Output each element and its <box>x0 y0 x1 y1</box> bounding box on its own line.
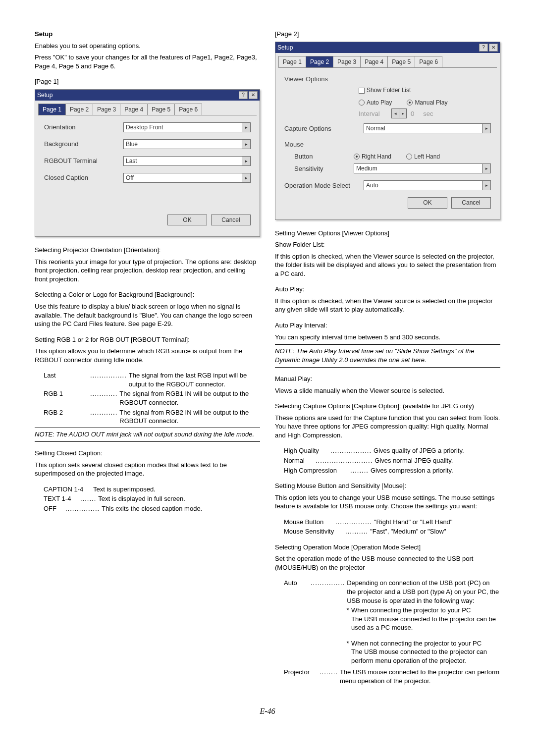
autoplay-head: Auto Play: <box>275 285 500 294</box>
interval-note: NOTE: The Auto Play Interval time set on… <box>275 347 500 364</box>
mouse-section-label: Mouse <box>284 140 491 149</box>
dialog2-titlebar: Setup ? ✕ <box>275 42 500 53</box>
right-hand-radio[interactable]: Right Hand <box>354 153 391 161</box>
mouse-head: Setting Mouse Button and Sensitivity [Mo… <box>275 482 500 490</box>
help-button[interactable]: ? <box>239 91 248 99</box>
close-button[interactable]: ✕ <box>489 44 498 52</box>
dropdown-icon: ▸ <box>242 123 250 132</box>
tab-page6[interactable]: Page 6 <box>174 104 202 115</box>
rgbout-select[interactable]: Last ▸ <box>123 156 251 166</box>
capture-options-select[interactable]: Normal ▸ <box>364 123 491 133</box>
setup-intro2: Press "OK" to save your changes for all … <box>35 53 260 70</box>
setup-dialog-page1: Setup ? ✕ Page 1 Page 2 Page 3 Page 4 Pa… <box>35 89 260 237</box>
background-body: Use this feature to display a blue/ blac… <box>35 302 260 328</box>
tab-page1[interactable]: Page 1 <box>38 104 66 115</box>
tab-page5[interactable]: Page 5 <box>147 104 175 115</box>
audio-note: NOTE: The AUDIO OUT mini jack will not o… <box>35 430 260 439</box>
orientation-label: Orientation <box>44 123 123 132</box>
sfl-head: Show Folder List: <box>275 240 500 249</box>
page1-label: [Page 1] <box>35 77 260 86</box>
ok-button[interactable]: OK <box>408 197 447 208</box>
sensitivity-select[interactable]: Medium ▸ <box>354 163 491 173</box>
right-column: [Page 2] Setup ? ✕ Page 1 Page 2 Page 3 … <box>275 30 500 686</box>
dropdown-icon: ▸ <box>482 164 490 173</box>
page-number: E-46 <box>35 706 500 717</box>
capture-options-label: Capture Options <box>284 124 364 133</box>
orientation-select[interactable]: Desktop Front ▸ <box>123 122 251 132</box>
tab-page5[interactable]: Page 5 <box>387 56 415 67</box>
background-head: Selecting a Color or Logo for Background… <box>35 290 260 299</box>
capture-body: These options are used for the Capture f… <box>275 414 500 440</box>
manualplay-body: Views a slide manually when the Viewer s… <box>275 386 500 395</box>
left-hand-radio[interactable]: Left Hand <box>406 153 440 161</box>
tab-page4[interactable]: Page 4 <box>120 104 148 115</box>
page2-label: [Page 2] <box>275 30 500 39</box>
cc-head: Setting Closed Caption: <box>35 449 260 458</box>
background-select[interactable]: Blue ▸ <box>123 139 251 149</box>
mouse-body: This option lets you to change your USB … <box>275 493 500 511</box>
autoplay-body: If this option is checked, when the View… <box>275 297 500 314</box>
dialog1-titlebar: Setup ? ✕ <box>35 90 260 101</box>
help-button[interactable]: ? <box>479 44 488 52</box>
capture-list: High Quality..................Gives qual… <box>284 446 500 475</box>
interval-body: You can specify interval time between 5 … <box>275 333 500 342</box>
orientation-head: Selecting Projector Orientation [Orienta… <box>35 246 260 255</box>
opmode-list: Auto...............Depending on connecti… <box>284 579 500 605</box>
closed-caption-select[interactable]: Off ▸ <box>123 173 251 183</box>
setup-dialog-page2: Setup ? ✕ Page 1 Page 2 Page 3 Page 4 Pa… <box>275 42 500 220</box>
tab-page1[interactable]: Page 1 <box>278 56 306 67</box>
dropdown-icon: ▸ <box>242 157 250 165</box>
interval-head: Auto Play Interval: <box>275 321 500 330</box>
opmode-projector: Projector........The USB mouse connected… <box>284 668 500 685</box>
autoplay-radio[interactable]: Auto Play <box>359 99 392 107</box>
rgbout-head: Setting RGB 1 or 2 for RGB OUT [RGBOUT T… <box>35 335 260 344</box>
orientation-body: This reorients your image for your type … <box>35 258 260 284</box>
cc-list: CAPTION 1-4Text is superimposed. TEXT 1-… <box>44 485 260 513</box>
setup-heading: Setup <box>35 30 260 39</box>
cancel-button[interactable]: Cancel <box>211 215 251 225</box>
cancel-button[interactable]: Cancel <box>451 197 491 208</box>
dialog2-tabs: Page 1 Page 2 Page 3 Page 4 Page 5 Page … <box>278 56 497 68</box>
interval-label: Interval <box>359 109 388 118</box>
opmode-head: Selecting Operation Mode [Operation Mode… <box>275 543 500 552</box>
manualplay-radio[interactable]: Manual Play <box>407 99 447 107</box>
operation-mode-select[interactable]: Auto ▸ <box>364 180 491 190</box>
cc-body: This option sets several closed caption … <box>35 461 260 478</box>
rgbout-list: Last................The signal from the … <box>44 371 260 425</box>
left-column: Setup Enables you to set operating optio… <box>35 30 260 686</box>
opmode-body: Set the operation mode of the USB mouse … <box>275 554 500 572</box>
tab-page2[interactable]: Page 2 <box>65 104 93 115</box>
dropdown-icon: ▸ <box>242 140 250 149</box>
ok-button[interactable]: OK <box>167 215 207 225</box>
background-label: Background <box>44 140 123 149</box>
interval-spinner[interactable]: ◂ ▸ <box>391 108 407 118</box>
tab-page3[interactable]: Page 3 <box>333 56 361 67</box>
rgbout-body: This option allows you to determine whic… <box>35 347 260 364</box>
dropdown-icon: ▸ <box>482 181 490 190</box>
dialog1-tabs: Page 1 Page 2 Page 3 Page 4 Page 5 Page … <box>38 104 257 115</box>
viewer-options-head: Setting Viewer Options [Viewer Options] <box>275 229 500 238</box>
tab-page4[interactable]: Page 4 <box>360 56 388 67</box>
viewer-options-label: Viewer Options <box>284 75 491 84</box>
spin-left-icon: ◂ <box>392 109 399 118</box>
close-button[interactable]: ✕ <box>249 91 258 99</box>
tab-page6[interactable]: Page 6 <box>415 56 442 67</box>
tab-page3[interactable]: Page 3 <box>93 104 120 115</box>
show-folder-checkbox[interactable]: Show Folder List <box>359 86 411 94</box>
dialog2-title: Setup <box>277 44 478 52</box>
sensitivity-label: Sensitivity <box>284 164 354 173</box>
dropdown-icon: ▸ <box>482 124 490 133</box>
manualplay-head: Manual Play: <box>275 375 500 383</box>
rgbout-label: RGBOUT Terminal <box>44 157 123 165</box>
dialog1-title: Setup <box>37 91 238 99</box>
button-label: Button <box>284 152 354 161</box>
dropdown-icon: ▸ <box>242 173 250 182</box>
spin-right-icon: ▸ <box>399 109 406 118</box>
tab-page2[interactable]: Page 2 <box>306 56 333 67</box>
closed-caption-label: Closed Caption <box>44 173 123 182</box>
sfl-body: If this option is checked, when the View… <box>275 252 500 278</box>
capture-head: Selecting Capture Options [Capture Optio… <box>275 402 500 411</box>
operation-mode-label: Operation Mode Select <box>284 181 364 190</box>
setup-intro1: Enables you to set operating options. <box>35 42 260 51</box>
mouse-list: Mouse Button................"Right Hand"… <box>284 518 500 536</box>
